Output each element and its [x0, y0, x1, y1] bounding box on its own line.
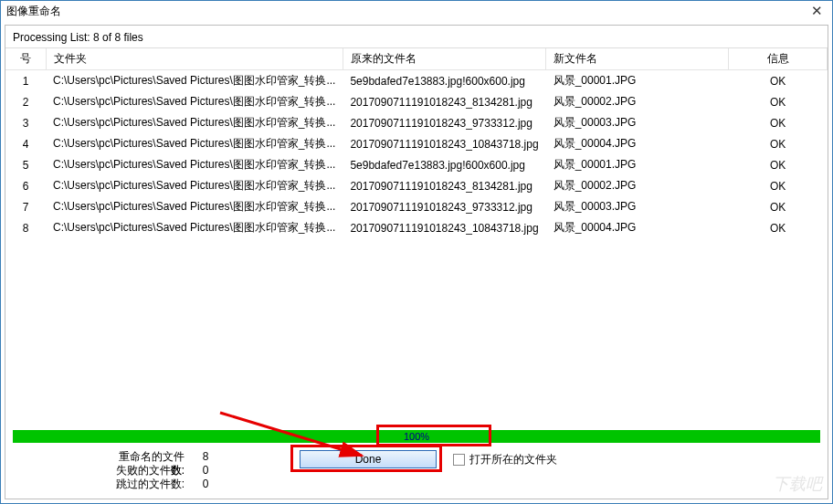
cell-folder: C:\Users\pc\Pictures\Saved Pictures\图图水印…	[46, 91, 343, 112]
cell-folder: C:\Users\pc\Pictures\Saved Pictures\图图水印…	[46, 196, 343, 217]
cell-newname: 风景_00003.JPG	[546, 196, 729, 217]
cell-newname: 风景_00004.JPG	[546, 133, 729, 154]
cell-newname: 风景_00001.JPG	[546, 70, 729, 92]
cell-newname: 风景_00001.JPG	[546, 154, 729, 175]
col-header-folder[interactable]: 文件夹	[46, 48, 343, 70]
col-header-oldname[interactable]: 原来的文件名	[343, 48, 545, 70]
cell-number: 7	[5, 196, 46, 217]
stats-renamed-value: 8	[192, 450, 219, 464]
cell-info: OK	[729, 112, 828, 133]
cell-oldname: 20170907111910182​43_10843718.jpg	[343, 217, 545, 238]
progress-bar-row: 100%	[13, 430, 820, 443]
cell-oldname: 20170907111910182​43_9733312.jpg	[343, 196, 545, 217]
cell-oldname: 5e9bdafed7e13883.jpg!600x600.jpg	[343, 154, 545, 175]
stats-failed-value: 0	[192, 464, 219, 478]
table-row[interactable]: 6C:\Users\pc\Pictures\Saved Pictures\图图水…	[5, 175, 828, 196]
col-header-newname[interactable]: 新文件名	[546, 48, 729, 70]
stats-skipped-label: 跳过的文件数:	[110, 478, 192, 491]
cell-info: OK	[729, 196, 828, 217]
window-title: 图像重命名	[6, 4, 805, 19]
results-table: 号 文件夹 原来的文件名 新文件名 信息 1C:\Users\pc\Pictur…	[5, 47, 828, 426]
cell-info: OK	[729, 91, 828, 112]
cell-newname: 风景_00004.JPG	[546, 217, 729, 238]
cell-info: OK	[729, 175, 828, 196]
progress-percent-label: 100%	[13, 430, 820, 443]
cell-oldname: 20170907111910182​43_9733312.jpg	[343, 112, 545, 133]
table-row[interactable]: 4C:\Users\pc\Pictures\Saved Pictures\图图水…	[5, 133, 828, 154]
cell-number: 3	[5, 112, 46, 133]
cell-info: OK	[729, 133, 828, 154]
stats-renamed-label: 重命名的文件数:	[110, 450, 192, 464]
table-row[interactable]: 3C:\Users\pc\Pictures\Saved Pictures\图图水…	[5, 112, 828, 133]
table-header-row: 号 文件夹 原来的文件名 新文件名 信息	[5, 48, 828, 70]
cell-oldname: 20170907111910182​43_8134281.jpg	[343, 175, 545, 196]
cell-oldname: 20170907111910182​43_8134281.jpg	[343, 91, 545, 112]
done-button[interactable]: Done	[300, 450, 437, 468]
table-row[interactable]: 2C:\Users\pc\Pictures\Saved Pictures\图图水…	[5, 91, 828, 112]
cell-number: 5	[5, 154, 46, 175]
processing-label: Processing List: 8 of 8 files	[5, 26, 828, 47]
cell-folder: C:\Users\pc\Pictures\Saved Pictures\图图水印…	[46, 70, 343, 92]
cell-number: 6	[5, 175, 46, 196]
open-folder-checkbox-label: 打开所在的文件夹	[469, 452, 557, 467]
cell-oldname: 20170907111910182​43_10843718.jpg	[343, 133, 545, 154]
cell-number: 8	[5, 217, 46, 238]
cell-folder: C:\Users\pc\Pictures\Saved Pictures\图图水印…	[46, 154, 343, 175]
cell-newname: 风景_00003.JPG	[546, 112, 729, 133]
stats-failed-label: 失败的文件数:	[110, 464, 192, 478]
cell-info: OK	[729, 70, 828, 92]
open-folder-checkbox-wrap[interactable]: 打开所在的文件夹	[453, 452, 557, 467]
table-row[interactable]: 7C:\Users\pc\Pictures\Saved Pictures\图图水…	[5, 196, 828, 217]
close-icon[interactable]: ✕	[805, 3, 828, 19]
cell-number: 1	[5, 70, 46, 92]
watermark-text: 下载吧	[773, 473, 822, 495]
content-panel: Processing List: 8 of 8 files 号 文件夹 原来的文…	[5, 25, 828, 499]
col-header-number[interactable]: 号	[5, 48, 46, 70]
cell-newname: 风景_00002.JPG	[546, 175, 729, 196]
cell-folder: C:\Users\pc\Pictures\Saved Pictures\图图水印…	[46, 175, 343, 196]
cell-number: 4	[5, 133, 46, 154]
stats-skipped-value: 0	[192, 478, 219, 491]
table-row[interactable]: 5C:\Users\pc\Pictures\Saved Pictures\图图水…	[5, 154, 828, 175]
stats-block: 重命名的文件数:8 失败的文件数:0 跳过的文件数:0	[110, 450, 219, 491]
cell-folder: C:\Users\pc\Pictures\Saved Pictures\图图水印…	[46, 112, 343, 133]
cell-folder: C:\Users\pc\Pictures\Saved Pictures\图图水印…	[46, 133, 343, 154]
cell-oldname: 5e9bdafed7e13883.jpg!600x600.jpg	[343, 70, 545, 92]
checkbox-icon[interactable]	[453, 454, 465, 466]
titlebar: 图像重命名 ✕	[1, 1, 832, 21]
table-row[interactable]: 8C:\Users\pc\Pictures\Saved Pictures\图图水…	[5, 217, 828, 238]
cell-info: OK	[729, 217, 828, 238]
cell-info: OK	[729, 154, 828, 175]
col-header-info[interactable]: 信息	[729, 48, 828, 70]
cell-newname: 风景_00002.JPG	[546, 91, 729, 112]
cell-number: 2	[5, 91, 46, 112]
bottom-panel: 100% 重命名的文件数:8 失败的文件数:0 跳过的文件数:0 Done 打开…	[5, 426, 828, 499]
cell-folder: C:\Users\pc\Pictures\Saved Pictures\图图水印…	[46, 217, 343, 238]
table-row[interactable]: 1C:\Users\pc\Pictures\Saved Pictures\图图水…	[5, 70, 828, 92]
